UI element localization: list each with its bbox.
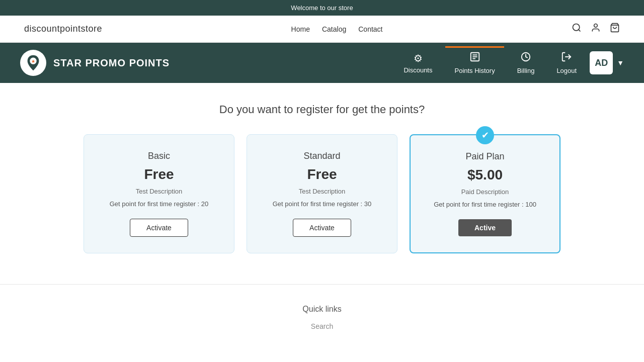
main-content: Do you want to register for get the poin… bbox=[0, 83, 644, 284]
history-icon bbox=[469, 51, 480, 65]
plan-points-paid: Get point for first time register : 100 bbox=[434, 201, 536, 208]
nav-points-history[interactable]: Points History bbox=[445, 46, 504, 79]
plan-price-standard: Free bbox=[307, 166, 337, 183]
announcement-text: Welcome to our store bbox=[291, 4, 353, 12]
nav-logout-label: Logout bbox=[556, 67, 577, 74]
store-header: discountpointstore Home Catalog Contact bbox=[0, 16, 644, 43]
nav-home[interactable]: Home bbox=[291, 25, 310, 33]
nav-billing-label: Billing bbox=[517, 67, 535, 74]
search-icon[interactable] bbox=[572, 23, 582, 35]
plan-card-standard: Standard Free Test Description Get point… bbox=[247, 134, 397, 253]
promo-logo: ★ STAR PROMO POINTS bbox=[20, 50, 170, 76]
active-button-paid: Active bbox=[458, 219, 512, 236]
plan-name-paid: Paid Plan bbox=[465, 151, 504, 162]
nav-contact[interactable]: Contact bbox=[358, 25, 382, 33]
nav-discounts[interactable]: ⚙ Discounts bbox=[394, 47, 441, 79]
plan-desc-standard: Test Description bbox=[299, 188, 345, 195]
plan-points-standard: Get point for first time register : 30 bbox=[273, 200, 372, 208]
chevron-down-icon[interactable]: ▼ bbox=[617, 59, 624, 67]
svg-line-1 bbox=[579, 30, 581, 32]
svg-point-2 bbox=[594, 24, 598, 28]
logout-icon bbox=[561, 51, 572, 65]
account-icon[interactable] bbox=[591, 23, 601, 35]
activate-button-basic[interactable]: Activate bbox=[130, 219, 188, 237]
plan-price-paid: $5.00 bbox=[467, 167, 503, 183]
plan-card-basic: Basic Free Test Description Get point fo… bbox=[84, 134, 234, 253]
plan-name-standard: Standard bbox=[303, 151, 340, 161]
plan-desc-basic: Test Description bbox=[136, 188, 182, 195]
promo-logo-icon: ★ bbox=[20, 50, 46, 76]
nav-billing[interactable]: Billing bbox=[508, 46, 544, 79]
plans-grid: Basic Free Test Description Get point fo… bbox=[24, 134, 620, 253]
discounts-icon: ⚙ bbox=[414, 52, 423, 64]
store-icons bbox=[572, 23, 620, 35]
nav-catalog[interactable]: Catalog bbox=[322, 25, 346, 33]
announcement-bar: Welcome to our store bbox=[0, 0, 644, 16]
store-logo: discountpointstore bbox=[24, 24, 102, 34]
cart-icon[interactable] bbox=[610, 23, 620, 35]
footer-link-search[interactable]: Search bbox=[311, 322, 333, 330]
page-title: Do you want to register for get the poin… bbox=[24, 103, 620, 116]
plan-name-basic: Basic bbox=[148, 151, 170, 161]
nav-points-history-label: Points History bbox=[454, 67, 495, 74]
plan-points-basic: Get point for first time register : 20 bbox=[110, 200, 209, 208]
store-nav: Home Catalog Contact bbox=[291, 25, 383, 33]
checkmark-badge: ✔ bbox=[476, 126, 494, 144]
activate-button-standard[interactable]: Activate bbox=[293, 219, 351, 237]
plan-card-paid: ✔ Paid Plan $5.00 Paid Description Get p… bbox=[410, 134, 560, 253]
avatar: AD bbox=[590, 51, 613, 74]
plan-desc-paid: Paid Description bbox=[461, 188, 509, 196]
footer-title: Quick links bbox=[24, 305, 620, 314]
nav-logout[interactable]: Logout bbox=[547, 46, 586, 79]
billing-icon bbox=[520, 51, 531, 65]
footer: Quick links Search bbox=[0, 285, 644, 343]
nav-discounts-label: Discounts bbox=[404, 66, 432, 74]
promo-header: ★ STAR PROMO POINTS ⚙ Discounts Points H… bbox=[0, 43, 644, 83]
user-menu[interactable]: AD ▼ bbox=[590, 51, 624, 74]
promo-app-name: STAR PROMO POINTS bbox=[53, 57, 170, 69]
plan-price-basic: Free bbox=[144, 166, 174, 183]
svg-point-0 bbox=[573, 24, 580, 31]
promo-nav: ⚙ Discounts Points History Billing Logou… bbox=[394, 46, 624, 79]
svg-text:★: ★ bbox=[31, 59, 35, 64]
